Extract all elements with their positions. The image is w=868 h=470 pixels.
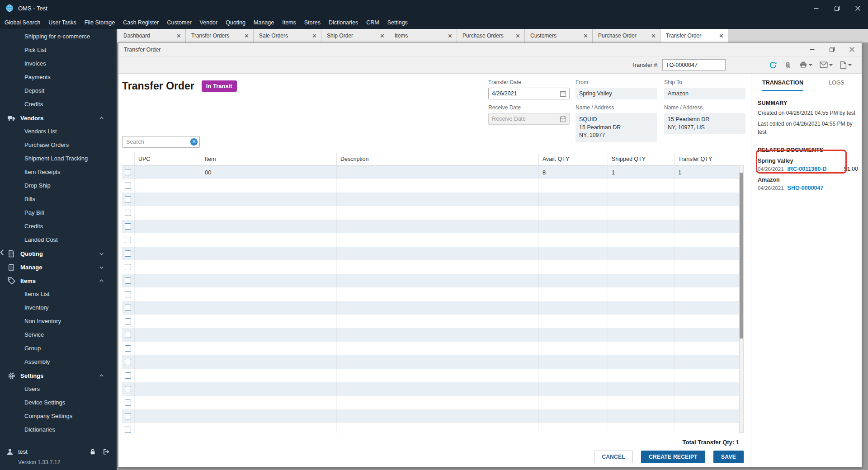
sidebar-section-vendors[interactable]: Vendors: [0, 111, 117, 125]
sidebar-item-invoices[interactable]: Invoices: [0, 57, 117, 70]
sidebar-item-non-inventory[interactable]: Non Inventory: [0, 315, 117, 328]
transfer-number-input[interactable]: [662, 59, 726, 70]
sidebar-item-credits[interactable]: Credits: [0, 220, 117, 233]
tab-customers[interactable]: Customers✕: [525, 29, 593, 42]
column-header-shipped-qty[interactable]: Shipped QTY: [608, 153, 675, 165]
search-input[interactable]: [122, 136, 200, 148]
save-button[interactable]: SAVE: [713, 451, 744, 463]
transfer-date-input[interactable]: 4/26/2021: [488, 88, 570, 99]
print-button[interactable]: [799, 61, 812, 69]
doc-link[interactable]: SHO-0000047: [788, 185, 824, 191]
row-checkbox[interactable]: [125, 318, 131, 324]
row-checkbox[interactable]: [125, 223, 131, 230]
menu-item-user-tasks[interactable]: User Tasks: [44, 16, 80, 29]
from-location-field[interactable]: Spring Valley: [576, 88, 657, 99]
row-checkbox[interactable]: [125, 372, 131, 379]
sidebar-item-shipment-load-tracking[interactable]: Shipment Load Tracking: [0, 152, 117, 165]
table-row[interactable]: [122, 315, 739, 328]
receive-date-input[interactable]: Receive Date: [488, 113, 570, 125]
row-checkbox[interactable]: [125, 264, 131, 270]
sidebar-item-group[interactable]: Group: [0, 342, 117, 355]
tab-logs[interactable]: LOGS: [829, 80, 844, 91]
inner-minimize-button[interactable]: [802, 43, 822, 56]
sidebar-item-purchase-orders[interactable]: Purchase Orders: [0, 138, 117, 152]
table-row[interactable]: [122, 423, 739, 433]
menu-item-manage[interactable]: Manage: [250, 16, 278, 29]
table-row[interactable]: 00811: [122, 165, 739, 179]
sidebar-item-credits[interactable]: Credits: [0, 98, 117, 111]
menu-item-items[interactable]: Items: [278, 16, 300, 29]
menu-item-cash-register[interactable]: Cash Register: [119, 16, 163, 29]
table-row[interactable]: [122, 342, 739, 355]
tab-sale-orders[interactable]: Sale Orders✕: [254, 29, 321, 42]
table-row[interactable]: [122, 179, 739, 193]
menu-item-file-storage[interactable]: File Storage: [80, 16, 119, 29]
sidebar-section-items[interactable]: Items: [0, 274, 117, 287]
refresh-button[interactable]: [769, 61, 777, 69]
sidebar-item-items-list[interactable]: Items List: [0, 287, 117, 301]
row-checkbox[interactable]: [125, 250, 131, 257]
table-row[interactable]: [122, 355, 739, 369]
row-checkbox[interactable]: [125, 169, 131, 175]
tab-transfer-orders[interactable]: Transfer Orders✕: [186, 29, 254, 42]
sidebar-item-landed-cost[interactable]: Landed Cost: [0, 233, 117, 247]
table-row[interactable]: [122, 328, 739, 342]
logout-icon[interactable]: [102, 448, 110, 456]
table-row[interactable]: [122, 260, 739, 274]
doc-link[interactable]: IRC-0011360-D: [788, 166, 827, 172]
menu-item-quoting[interactable]: Quoting: [222, 16, 250, 29]
menu-item-global-search[interactable]: Global Search: [0, 16, 44, 29]
sidebar-item-pay-bill[interactable]: Pay Bill: [0, 206, 117, 220]
row-checkbox[interactable]: [125, 345, 131, 352]
table-row[interactable]: [122, 409, 739, 423]
tab-close-icon[interactable]: ✕: [311, 33, 318, 39]
row-checkbox[interactable]: [125, 291, 131, 297]
menu-item-vendor[interactable]: Vendor: [196, 16, 222, 29]
tab-purchase-orders[interactable]: Purchase Orders✕: [457, 29, 525, 42]
table-row[interactable]: [122, 220, 739, 233]
row-checkbox[interactable]: [125, 277, 131, 284]
sidebar-item-device-settings[interactable]: Device Settings: [0, 396, 117, 409]
window-minimize-button[interactable]: [806, 0, 826, 16]
tab-close-icon[interactable]: ✕: [243, 33, 250, 39]
cancel-button[interactable]: CANCEL: [594, 451, 633, 463]
inner-restore-button[interactable]: [822, 43, 842, 56]
sidebar-item-service[interactable]: Service: [0, 328, 117, 342]
tab-close-icon[interactable]: ✕: [582, 33, 590, 39]
scrollbar-thumb[interactable]: [740, 173, 743, 338]
tab-transfer-order[interactable]: Transfer Order✕: [660, 29, 728, 42]
tab-dashboard[interactable]: Dashboard✕: [118, 29, 186, 42]
tab-close-icon[interactable]: ✕: [378, 33, 386, 39]
row-checkbox[interactable]: [125, 305, 131, 311]
sidebar-item-assembly[interactable]: Assembly: [0, 355, 117, 369]
sidebar-item-pick-list[interactable]: Pick List: [0, 43, 117, 57]
table-scrollbar[interactable]: [739, 165, 744, 433]
column-header-upc[interactable]: UPC: [135, 153, 201, 165]
row-checkbox[interactable]: [125, 237, 131, 243]
lock-icon[interactable]: [89, 448, 97, 456]
table-row[interactable]: [122, 206, 739, 220]
column-header-transfer-qty[interactable]: Transfer QTY: [675, 153, 738, 165]
new-document-button[interactable]: [840, 61, 852, 69]
tab-purchase-order[interactable]: Purchase Order✕: [593, 29, 660, 42]
sidebar-item-company-settings[interactable]: Company Settings: [0, 409, 117, 423]
menu-item-dictionaries[interactable]: Dictionaries: [325, 16, 362, 29]
tab-close-icon[interactable]: ✕: [446, 33, 454, 39]
table-row[interactable]: [122, 233, 739, 247]
sidebar-item-drop-ship[interactable]: Drop Ship: [0, 179, 117, 193]
table-row[interactable]: [122, 193, 739, 206]
menu-item-crm[interactable]: CRM: [362, 16, 383, 29]
table-row[interactable]: [122, 287, 739, 301]
menu-item-customer[interactable]: Customer: [163, 16, 195, 29]
calendar-icon[interactable]: [560, 90, 566, 97]
column-header-avail-qty[interactable]: Avail. QTY: [539, 153, 608, 165]
sidebar-item-item-receipts[interactable]: Item Receipts: [0, 165, 117, 179]
table-row[interactable]: [122, 396, 739, 409]
table-row[interactable]: [122, 382, 739, 396]
sidebar-item-shipping-for-e-commerce[interactable]: Shipping for e-commerce: [0, 30, 117, 43]
tab-close-icon[interactable]: ✕: [717, 33, 725, 39]
column-header-item[interactable]: Item: [201, 153, 337, 165]
sidebar-section-quoting[interactable]: Quoting: [0, 247, 117, 260]
row-checkbox[interactable]: [125, 332, 131, 338]
sidebar-item-bills[interactable]: Bills: [0, 193, 117, 206]
